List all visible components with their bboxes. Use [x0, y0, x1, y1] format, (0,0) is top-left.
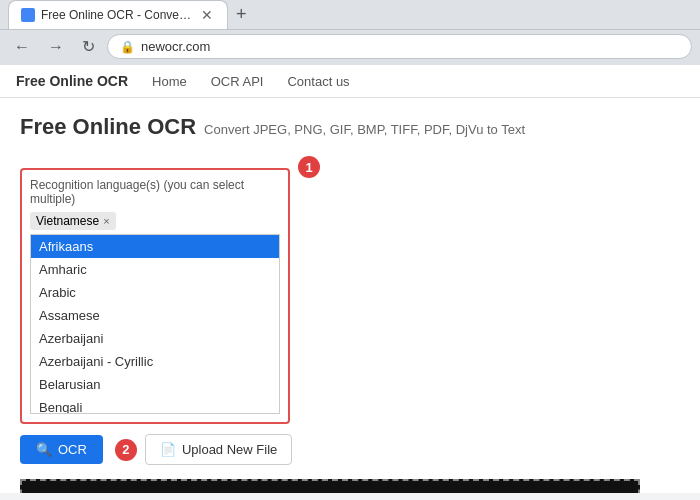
site-brand: Free Online OCR [16, 73, 128, 89]
nav-contact[interactable]: Contact us [287, 74, 349, 89]
ocr-button-label: OCR [58, 442, 87, 457]
forward-button[interactable]: → [42, 36, 70, 58]
new-tab-button[interactable]: + [228, 0, 255, 29]
lock-icon: 🔒 [120, 40, 135, 54]
upload-icon: 📄 [160, 442, 176, 457]
language-tag: Vietnamese × [30, 212, 116, 230]
recognition-box: Recognition language(s) (you can select … [20, 168, 290, 424]
dropdown-item-assamese[interactable]: Assamese [31, 304, 279, 327]
buttons-row: 🔍 OCR 2 📄 Upload New File [20, 434, 680, 465]
recognition-label: Recognition language(s) (you can select … [30, 178, 280, 206]
tag-input-area: Vietnamese × [30, 212, 280, 230]
dropdown-item-arabic[interactable]: Arabic [31, 281, 279, 304]
site-nav: Free Online OCR Home OCR API Contact us [0, 65, 700, 98]
badge-1: 1 [298, 156, 320, 178]
dropdown-item-afrikaans[interactable]: Afrikaans [31, 235, 279, 258]
tag-text: Vietnamese [36, 214, 99, 228]
dropdown-item-belarusian[interactable]: Belarusian [31, 373, 279, 396]
ocr-button[interactable]: 🔍 OCR [20, 435, 103, 464]
page-subtitle: Convert JPEG, PNG, GIF, BMP, TIFF, PDF, … [204, 122, 525, 137]
dropdown-item-amharic[interactable]: Amharic [31, 258, 279, 281]
dropdown-item-azerbaijani-cyrillic[interactable]: Azerbaijani - Cyrillic [31, 350, 279, 373]
page-content: Free Online OCR Home OCR API Contact us … [0, 65, 700, 493]
language-dropdown[interactable]: Afrikaans Amharic Arabic Assamese Azerba… [30, 234, 280, 414]
back-button[interactable]: ← [8, 36, 36, 58]
active-tab[interactable]: Free Online OCR - Convert JPEG... ✕ [8, 0, 228, 29]
nav-ocr-api[interactable]: OCR API [211, 74, 264, 89]
page-title: Free Online OCR [20, 114, 196, 140]
tab-favicon [21, 8, 35, 22]
main-content: Free Online OCR Convert JPEG, PNG, GIF, … [0, 98, 700, 493]
image-preview: Thủ thuật phần mềm Trang web chuyên chia… [20, 479, 640, 493]
url-box[interactable]: 🔒 newocr.com [107, 34, 692, 59]
dropdown-item-azerbaijani[interactable]: Azerbaijani [31, 327, 279, 350]
upload-button[interactable]: 📄 Upload New File [145, 434, 292, 465]
tag-remove-button[interactable]: × [103, 215, 109, 227]
reload-button[interactable]: ↻ [76, 35, 101, 58]
tab-bar: Free Online OCR - Convert JPEG... ✕ + [0, 0, 700, 30]
url-text: newocr.com [141, 39, 210, 54]
upload-button-label: Upload New File [182, 442, 277, 457]
tab-close-button[interactable]: ✕ [199, 7, 215, 23]
badge-2: 2 [115, 439, 137, 461]
tab-title: Free Online OCR - Convert JPEG... [41, 8, 193, 22]
dropdown-item-bengali[interactable]: Bengali [31, 396, 279, 414]
nav-home[interactable]: Home [152, 74, 187, 89]
ocr-search-icon: 🔍 [36, 442, 52, 457]
address-bar: ← → ↻ 🔒 newocr.com [0, 30, 700, 65]
